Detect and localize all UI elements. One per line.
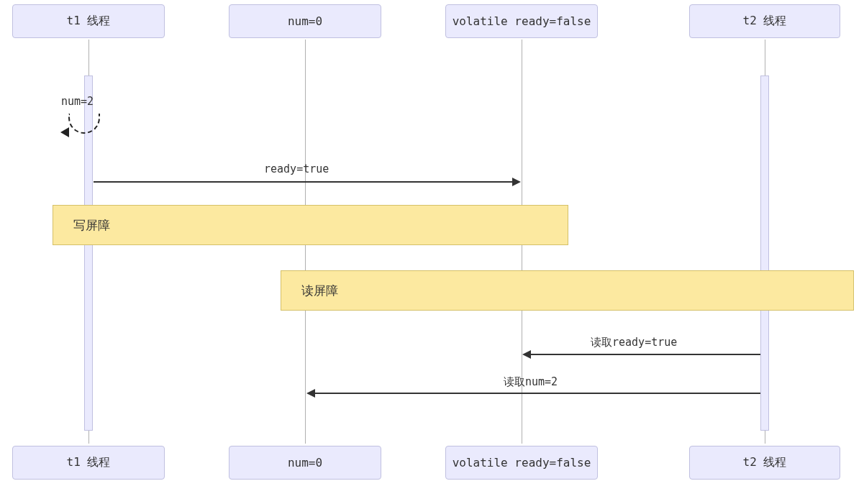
msg-read-ready-label: 读取ready=true (591, 336, 677, 349)
participant-t1-bottom: t1 线程 (12, 446, 165, 480)
read-barrier-box: 读屏障 (281, 270, 854, 311)
write-barrier-label: 写屏障 (73, 217, 110, 234)
self-loop (68, 114, 100, 134)
participant-num-bottom: num=0 (229, 446, 381, 480)
msg-read-ready-line (531, 354, 760, 355)
msg-ready-true-label: ready=true (264, 162, 329, 175)
self-loop-arrowhead (60, 127, 69, 137)
participant-num-top: num=0 (229, 4, 381, 38)
participant-ready-bottom: volatile ready=false (445, 446, 598, 480)
participant-t2-top: t2 线程 (689, 4, 840, 38)
msg-read-num-arrowhead (306, 389, 315, 398)
msg-read-ready-arrowhead (522, 350, 531, 359)
msg-ready-true-line (94, 181, 514, 183)
participant-t1-top: t1 线程 (12, 4, 165, 38)
activation-t2 (760, 75, 769, 431)
msg-ready-true-arrowhead (512, 178, 521, 186)
read-barrier-label: 读屏障 (301, 283, 338, 299)
participant-ready-top: volatile ready=false (445, 4, 598, 38)
self-message-label: num=2 (61, 95, 94, 108)
msg-read-num-line (315, 393, 760, 394)
msg-read-num-label: 读取num=2 (504, 375, 558, 389)
participant-t2-bottom: t2 线程 (689, 446, 840, 480)
write-barrier-box: 写屏障 (53, 205, 568, 245)
